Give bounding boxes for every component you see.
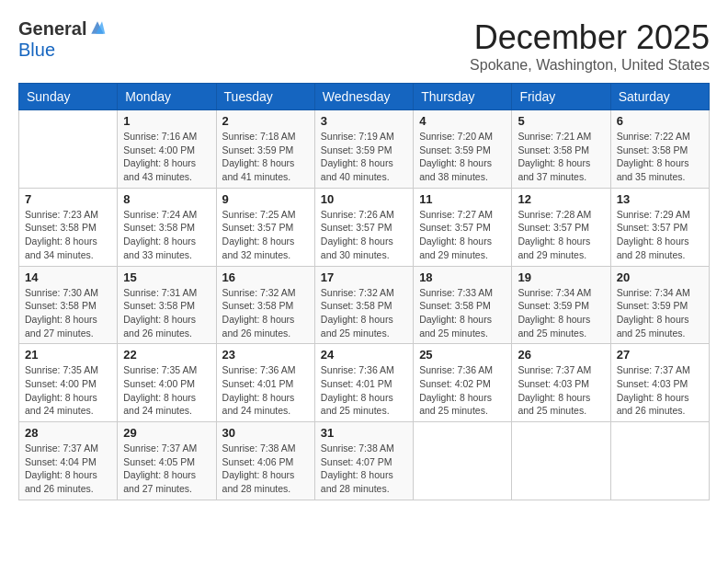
calendar-cell: 6Sunrise: 7:22 AMSunset: 3:58 PMDaylight… bbox=[610, 110, 709, 189]
day-number: 3 bbox=[321, 114, 407, 128]
calendar-cell bbox=[414, 422, 512, 500]
calendar-cell: 28Sunrise: 7:37 AMSunset: 4:04 PMDayligh… bbox=[19, 422, 118, 500]
calendar-cell: 15Sunrise: 7:31 AMSunset: 3:58 PMDayligh… bbox=[118, 266, 216, 344]
calendar-cell: 22Sunrise: 7:35 AMSunset: 4:00 PMDayligh… bbox=[118, 344, 216, 422]
day-info: Sunrise: 7:31 AMSunset: 3:58 PMDaylight:… bbox=[123, 286, 210, 340]
calendar-week-5: 28Sunrise: 7:37 AMSunset: 4:04 PMDayligh… bbox=[19, 422, 710, 500]
day-number: 20 bbox=[617, 270, 703, 284]
day-info: Sunrise: 7:38 AMSunset: 4:07 PMDaylight:… bbox=[321, 442, 407, 496]
calendar-cell bbox=[19, 110, 118, 189]
day-info: Sunrise: 7:33 AMSunset: 3:58 PMDaylight:… bbox=[419, 286, 506, 340]
calendar-cell: 13Sunrise: 7:29 AMSunset: 3:57 PMDayligh… bbox=[610, 188, 709, 266]
day-info: Sunrise: 7:32 AMSunset: 3:58 PMDaylight:… bbox=[321, 286, 407, 340]
location-title: Spokane, Washington, United States bbox=[470, 57, 710, 74]
day-number: 18 bbox=[419, 270, 506, 284]
day-number: 19 bbox=[518, 270, 604, 284]
calendar-cell: 2Sunrise: 7:18 AMSunset: 3:59 PMDaylight… bbox=[216, 110, 314, 189]
weekday-header-row: SundayMondayTuesdayWednesdayThursdayFrid… bbox=[19, 84, 710, 110]
day-info: Sunrise: 7:37 AMSunset: 4:05 PMDaylight:… bbox=[123, 442, 210, 496]
day-info: Sunrise: 7:34 AMSunset: 3:59 PMDaylight:… bbox=[518, 286, 604, 340]
calendar-cell: 1Sunrise: 7:16 AMSunset: 4:00 PMDaylight… bbox=[118, 110, 216, 189]
calendar-week-4: 21Sunrise: 7:35 AMSunset: 4:00 PMDayligh… bbox=[19, 344, 710, 422]
day-number: 25 bbox=[419, 348, 506, 362]
calendar-cell: 7Sunrise: 7:23 AMSunset: 3:58 PMDaylight… bbox=[19, 188, 118, 266]
calendar-cell: 10Sunrise: 7:26 AMSunset: 3:57 PMDayligh… bbox=[314, 188, 413, 266]
day-number: 12 bbox=[518, 192, 604, 206]
day-number: 4 bbox=[419, 114, 506, 128]
day-info: Sunrise: 7:36 AMSunset: 4:01 PMDaylight:… bbox=[222, 363, 309, 418]
day-info: Sunrise: 7:37 AMSunset: 4:03 PMDaylight:… bbox=[617, 363, 703, 418]
weekday-header-friday: Friday bbox=[512, 84, 610, 110]
day-info: Sunrise: 7:25 AMSunset: 3:57 PMDaylight:… bbox=[222, 208, 309, 262]
calendar-week-2: 7Sunrise: 7:23 AMSunset: 3:58 PMDaylight… bbox=[19, 188, 710, 266]
day-number: 29 bbox=[123, 426, 210, 440]
day-number: 23 bbox=[222, 348, 309, 362]
title-block: December 2025 Spokane, Washington, Unite… bbox=[470, 18, 710, 74]
day-number: 6 bbox=[617, 114, 703, 128]
calendar-week-3: 14Sunrise: 7:30 AMSunset: 3:58 PMDayligh… bbox=[19, 266, 710, 344]
day-info: Sunrise: 7:16 AMSunset: 4:00 PMDaylight:… bbox=[123, 130, 210, 184]
calendar-cell: 9Sunrise: 7:25 AMSunset: 3:57 PMDaylight… bbox=[216, 188, 314, 266]
calendar-cell bbox=[512, 422, 610, 500]
day-info: Sunrise: 7:35 AMSunset: 4:00 PMDaylight:… bbox=[25, 363, 111, 418]
calendar-cell: 3Sunrise: 7:19 AMSunset: 3:59 PMDaylight… bbox=[314, 110, 413, 189]
weekday-header-thursday: Thursday bbox=[414, 84, 512, 110]
calendar-cell: 20Sunrise: 7:34 AMSunset: 3:59 PMDayligh… bbox=[610, 266, 709, 344]
calendar-cell: 31Sunrise: 7:38 AMSunset: 4:07 PMDayligh… bbox=[314, 422, 413, 500]
day-number: 24 bbox=[321, 348, 407, 362]
calendar-cell bbox=[610, 422, 709, 500]
day-number: 5 bbox=[518, 114, 604, 128]
day-number: 2 bbox=[222, 114, 309, 128]
day-number: 9 bbox=[222, 192, 309, 206]
calendar-table: SundayMondayTuesdayWednesdayThursdayFrid… bbox=[18, 83, 710, 500]
day-number: 13 bbox=[617, 192, 703, 206]
calendar-week-1: 1Sunrise: 7:16 AMSunset: 4:00 PMDaylight… bbox=[19, 110, 710, 189]
day-info: Sunrise: 7:28 AMSunset: 3:57 PMDaylight:… bbox=[518, 208, 604, 262]
calendar-cell: 12Sunrise: 7:28 AMSunset: 3:57 PMDayligh… bbox=[512, 188, 610, 266]
day-info: Sunrise: 7:22 AMSunset: 3:58 PMDaylight:… bbox=[617, 130, 703, 184]
day-info: Sunrise: 7:26 AMSunset: 3:57 PMDaylight:… bbox=[321, 208, 407, 262]
day-number: 8 bbox=[123, 192, 210, 206]
weekday-header-saturday: Saturday bbox=[610, 84, 709, 110]
calendar-cell: 24Sunrise: 7:36 AMSunset: 4:01 PMDayligh… bbox=[314, 344, 413, 422]
calendar-cell: 26Sunrise: 7:37 AMSunset: 4:03 PMDayligh… bbox=[512, 344, 610, 422]
day-number: 16 bbox=[222, 270, 309, 284]
day-number: 26 bbox=[518, 348, 604, 362]
day-info: Sunrise: 7:36 AMSunset: 4:02 PMDaylight:… bbox=[419, 363, 506, 418]
day-number: 17 bbox=[321, 270, 407, 284]
logo-general: General bbox=[18, 18, 86, 40]
calendar-cell: 14Sunrise: 7:30 AMSunset: 3:58 PMDayligh… bbox=[19, 266, 118, 344]
calendar-cell: 19Sunrise: 7:34 AMSunset: 3:59 PMDayligh… bbox=[512, 266, 610, 344]
day-number: 15 bbox=[123, 270, 210, 284]
logo-blue-text: Blue bbox=[18, 40, 55, 60]
month-title: December 2025 bbox=[470, 18, 710, 57]
day-number: 21 bbox=[25, 348, 111, 362]
calendar-cell: 8Sunrise: 7:24 AMSunset: 3:58 PMDaylight… bbox=[118, 188, 216, 266]
day-number: 30 bbox=[222, 426, 309, 440]
day-info: Sunrise: 7:37 AMSunset: 4:04 PMDaylight:… bbox=[25, 442, 111, 496]
day-info: Sunrise: 7:20 AMSunset: 3:59 PMDaylight:… bbox=[419, 130, 506, 184]
calendar-cell: 17Sunrise: 7:32 AMSunset: 3:58 PMDayligh… bbox=[314, 266, 413, 344]
day-info: Sunrise: 7:19 AMSunset: 3:59 PMDaylight:… bbox=[321, 130, 407, 184]
calendar-cell: 30Sunrise: 7:38 AMSunset: 4:06 PMDayligh… bbox=[216, 422, 314, 500]
day-number: 31 bbox=[321, 426, 407, 440]
day-info: Sunrise: 7:32 AMSunset: 3:58 PMDaylight:… bbox=[222, 286, 309, 340]
calendar-cell: 4Sunrise: 7:20 AMSunset: 3:59 PMDaylight… bbox=[414, 110, 512, 189]
logo: General Blue bbox=[18, 18, 107, 61]
day-number: 28 bbox=[25, 426, 111, 440]
day-info: Sunrise: 7:18 AMSunset: 3:59 PMDaylight:… bbox=[222, 130, 309, 184]
day-info: Sunrise: 7:21 AMSunset: 3:58 PMDaylight:… bbox=[518, 130, 604, 184]
day-number: 7 bbox=[25, 192, 111, 206]
day-info: Sunrise: 7:29 AMSunset: 3:57 PMDaylight:… bbox=[617, 208, 703, 262]
day-info: Sunrise: 7:34 AMSunset: 3:59 PMDaylight:… bbox=[617, 286, 703, 340]
day-info: Sunrise: 7:35 AMSunset: 4:00 PMDaylight:… bbox=[123, 363, 210, 418]
day-number: 22 bbox=[123, 348, 210, 362]
day-number: 1 bbox=[123, 114, 210, 128]
calendar-cell: 29Sunrise: 7:37 AMSunset: 4:05 PMDayligh… bbox=[118, 422, 216, 500]
calendar-cell: 16Sunrise: 7:32 AMSunset: 3:58 PMDayligh… bbox=[216, 266, 314, 344]
calendar-cell: 11Sunrise: 7:27 AMSunset: 3:57 PMDayligh… bbox=[414, 188, 512, 266]
calendar-cell: 25Sunrise: 7:36 AMSunset: 4:02 PMDayligh… bbox=[414, 344, 512, 422]
day-info: Sunrise: 7:36 AMSunset: 4:01 PMDaylight:… bbox=[321, 363, 407, 418]
day-info: Sunrise: 7:27 AMSunset: 3:57 PMDaylight:… bbox=[419, 208, 506, 262]
weekday-header-monday: Monday bbox=[118, 84, 216, 110]
